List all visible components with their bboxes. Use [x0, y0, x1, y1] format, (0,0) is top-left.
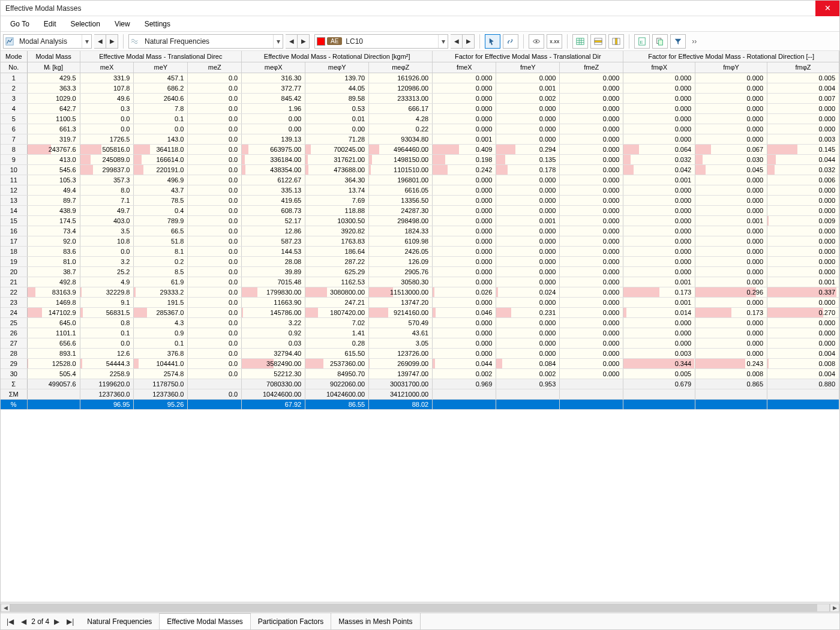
loadcase-combo[interactable]: AE LC10 ▾	[314, 34, 448, 49]
cell[interactable]: 78.5	[134, 195, 188, 205]
cell[interactable]: 89.58	[305, 93, 369, 103]
cell[interactable]: 0.000	[496, 348, 560, 358]
cell[interactable]: 0.084	[496, 358, 560, 368]
row-header[interactable]: 18	[1, 246, 27, 256]
cell[interactable]: 615.50	[305, 348, 369, 358]
cell[interactable]: 24287.30	[369, 205, 433, 215]
cell[interactable]: 6109.98	[369, 236, 433, 246]
col-mex[interactable]: meφX	[242, 62, 305, 73]
cell[interactable]: 0.000	[695, 338, 767, 348]
cell[interactable]: 233313.00	[369, 93, 433, 103]
loadcase-prev-button[interactable]: ◀	[451, 34, 463, 49]
cell[interactable]: 10300.50	[305, 215, 369, 226]
scroll-left-button[interactable]: ◀	[1, 604, 10, 612]
cell[interactable]: 0.000	[695, 297, 767, 307]
cell[interactable]: 0.0	[188, 287, 242, 297]
cell[interactable]: 0.0	[188, 368, 242, 379]
cell[interactable]: 54444.3	[80, 358, 134, 368]
row-header[interactable]: 2	[1, 83, 27, 93]
cell[interactable]: 0.145	[767, 144, 839, 154]
cell[interactable]: 0.000	[623, 328, 695, 338]
cell[interactable]: 0.030	[695, 154, 767, 164]
col-mkg[interactable]: Mᵢ [kg]	[27, 62, 80, 73]
cell[interactable]: 3.2	[80, 256, 134, 266]
cell[interactable]: 0.007	[767, 93, 839, 103]
cell[interactable]: 0.000	[767, 226, 839, 236]
cell[interactable]: 0.0	[188, 246, 242, 256]
cell[interactable]: 335.13	[242, 185, 305, 195]
result-type-combo[interactable]: Natural Frequencies ▾	[128, 34, 283, 49]
cell[interactable]: 0.000	[560, 134, 623, 144]
cell[interactable]: 0.000	[767, 103, 839, 113]
cell[interactable]: 298498.00	[369, 215, 433, 226]
data-grid[interactable]: ModeModal MassEffective Modal Mass - Tra…	[1, 51, 839, 602]
row-header[interactable]: 6	[1, 124, 27, 134]
cell[interactable]: 49.4	[27, 185, 80, 195]
cell[interactable]: 0.000	[695, 195, 767, 205]
cell[interactable]: 0.28	[305, 338, 369, 348]
scroll-track[interactable]	[10, 604, 830, 612]
cell[interactable]: 71.28	[305, 134, 369, 144]
cell[interactable]: 0.000	[623, 73, 695, 83]
cell[interactable]: 0.046	[433, 307, 496, 317]
cell[interactable]: 11513000.00	[369, 287, 433, 297]
cell[interactable]: 0.000	[433, 277, 496, 287]
cell[interactable]: 0.000	[695, 83, 767, 93]
decimals-tool-button[interactable]: x.xx	[547, 34, 562, 49]
cell[interactable]: 0.000	[695, 226, 767, 236]
cell[interactable]: 0.2	[134, 256, 188, 266]
cell[interactable]: 0.198	[433, 154, 496, 164]
cell[interactable]: 0.000	[560, 164, 623, 175]
cell[interactable]: 0.000	[560, 246, 623, 256]
cell[interactable]: 363.3	[27, 83, 80, 93]
row-header[interactable]: 23	[1, 297, 27, 307]
cell[interactable]: 0.000	[496, 185, 560, 195]
cell[interactable]: 0.409	[433, 144, 496, 154]
cell[interactable]: 789.9	[134, 215, 188, 226]
cell[interactable]: 0.0	[188, 164, 242, 175]
cell[interactable]: 105.3	[27, 175, 80, 185]
cell[interactable]: 12.86	[242, 226, 305, 236]
cell[interactable]: 1824.33	[369, 226, 433, 236]
cell[interactable]: 0.000	[433, 226, 496, 236]
cell[interactable]: 0.294	[496, 144, 560, 154]
result-next-button[interactable]: ▶	[298, 34, 310, 49]
cell[interactable]: 0.0	[188, 348, 242, 358]
cell[interactable]: 0.000	[496, 236, 560, 246]
row-header[interactable]: 14	[1, 205, 27, 215]
cell[interactable]: 319.7	[27, 134, 80, 144]
cell[interactable]: 0.000	[695, 73, 767, 83]
cell[interactable]: 1162.53	[305, 277, 369, 287]
cell[interactable]: 196801.00	[369, 175, 433, 185]
cell[interactable]: 92.0	[27, 236, 80, 246]
cell[interactable]: 0.1	[134, 113, 188, 124]
cell[interactable]: 43.7	[134, 185, 188, 195]
cell[interactable]: 13356.50	[369, 195, 433, 205]
cell[interactable]: 13747.20	[369, 297, 433, 307]
cell[interactable]: 186.64	[305, 246, 369, 256]
cell[interactable]: 0.001	[623, 175, 695, 185]
cell[interactable]: 0.000	[560, 368, 623, 379]
cell[interactable]: 545.6	[27, 164, 80, 175]
cell[interactable]: 0.000	[767, 113, 839, 124]
row-header[interactable]: 16	[1, 226, 27, 236]
col-group[interactable]: Modal Mass	[27, 51, 80, 62]
cell[interactable]: 413.0	[27, 154, 80, 164]
filter-button[interactable]	[670, 34, 686, 49]
cell[interactable]: 336184.00	[242, 154, 305, 164]
cell[interactable]: 0.000	[623, 185, 695, 195]
cell[interactable]: 52212.30	[242, 368, 305, 379]
cell[interactable]: 0.004	[767, 348, 839, 358]
cell[interactable]: 0.000	[695, 205, 767, 215]
cell[interactable]: 0.243	[695, 358, 767, 368]
cell[interactable]: 38.7	[27, 266, 80, 277]
cell[interactable]: 438.9	[27, 205, 80, 215]
cell[interactable]: 0.000	[560, 297, 623, 307]
cell[interactable]: 3920.82	[305, 226, 369, 236]
cell[interactable]: 0.0	[188, 277, 242, 287]
cell[interactable]: 8.0	[80, 185, 134, 195]
cell[interactable]: 269099.00	[369, 358, 433, 368]
cell[interactable]: 0.000	[767, 246, 839, 256]
cell[interactable]: 0.000	[623, 266, 695, 277]
cell[interactable]: 10.8	[80, 236, 134, 246]
